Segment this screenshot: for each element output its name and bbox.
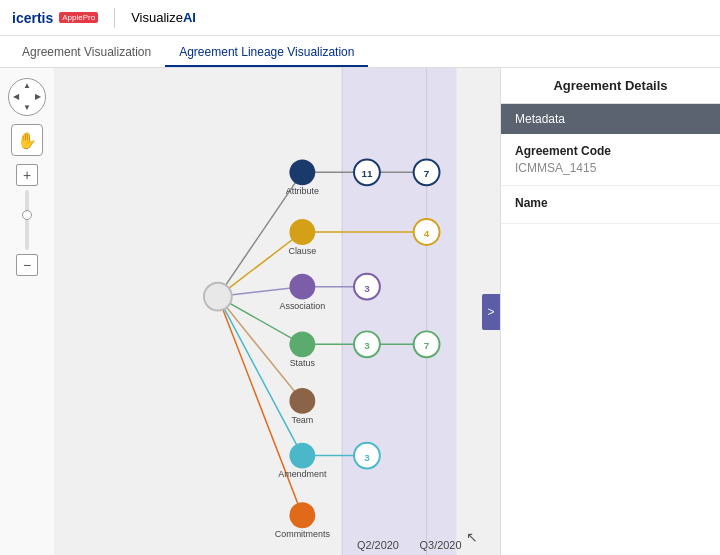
left-controls: ▲ ◀ ▶ ▼ ✋ + − bbox=[0, 68, 55, 555]
logo-icertis: icertis bbox=[12, 10, 53, 26]
graph-area: Q2/2020 Q3/2020 bbox=[55, 68, 500, 555]
logo-area: icertis ApplePro VisualizeAI bbox=[12, 8, 196, 28]
label-attribute: Attribute bbox=[286, 186, 319, 196]
hand-tool-button[interactable]: ✋ bbox=[11, 124, 43, 156]
logo-divider bbox=[114, 8, 115, 28]
name-section: Name bbox=[501, 186, 720, 224]
nav-left-icon: ◀ bbox=[13, 93, 19, 101]
node-team[interactable] bbox=[289, 388, 315, 414]
edge-root-commitments bbox=[218, 297, 302, 516]
tabs-bar: Agreement Visualization Agreement Lineag… bbox=[0, 36, 720, 68]
lineage-graph-svg: Q2/2020 Q3/2020 bbox=[55, 68, 500, 555]
label-association: Association bbox=[279, 301, 325, 311]
nav-up-icon: ▲ bbox=[23, 82, 31, 90]
badge-attr-q2: 11 bbox=[361, 168, 373, 179]
zoom-slider-thumb[interactable] bbox=[22, 210, 32, 220]
agreement-code-section: Agreement Code ICMMSA_1415 bbox=[501, 134, 720, 186]
app-name-highlight: AI bbox=[183, 10, 196, 25]
navigate-icon[interactable]: ↖ bbox=[466, 529, 478, 545]
zoom-slider-track bbox=[25, 190, 29, 250]
badge-clause-q3: 4 bbox=[424, 228, 430, 239]
zoom-out-button[interactable]: − bbox=[16, 254, 38, 276]
app-name: VisualizeAI bbox=[131, 10, 196, 25]
label-amendment: Amendment bbox=[278, 469, 327, 479]
app-name-text: Visualize bbox=[131, 10, 183, 25]
zoom-in-button[interactable]: + bbox=[16, 164, 38, 186]
nav-down-icon: ▼ bbox=[23, 104, 31, 112]
nav-right-icon: ▶ bbox=[35, 93, 41, 101]
node-commitments[interactable] bbox=[289, 502, 315, 528]
right-panel-title: Agreement Details bbox=[501, 68, 720, 104]
node-clause[interactable] bbox=[289, 219, 315, 245]
header: icertis ApplePro VisualizeAI bbox=[0, 0, 720, 36]
badge-amend-q2: 3 bbox=[364, 452, 370, 463]
tab-agreement-visualization[interactable]: Agreement Visualization bbox=[8, 39, 165, 67]
main-area: ▲ ◀ ▶ ▼ ✋ + − Q2/2020 Q3/2020 bbox=[0, 68, 720, 555]
node-root[interactable] bbox=[204, 283, 232, 311]
q3-label: Q3/2020 bbox=[420, 539, 462, 551]
label-status: Status bbox=[290, 358, 316, 368]
zoom-control: + − bbox=[16, 164, 38, 276]
nav-arrows: ▲ ◀ ▶ ▼ bbox=[11, 81, 43, 113]
highlight-band bbox=[342, 68, 456, 555]
edge-root-team bbox=[218, 297, 302, 401]
badge-status-q3: 7 bbox=[424, 340, 430, 351]
badge-attr-q3: 7 bbox=[424, 168, 430, 179]
right-panel: Agreement Details Metadata Agreement Cod… bbox=[500, 68, 720, 555]
tab-agreement-lineage-visualization[interactable]: Agreement Lineage Visualization bbox=[165, 39, 368, 67]
agreement-code-value: ICMMSA_1415 bbox=[515, 161, 706, 175]
badge-status-q2: 3 bbox=[364, 340, 370, 351]
logo-badge: ApplePro bbox=[59, 12, 98, 23]
node-attribute[interactable] bbox=[289, 159, 315, 185]
badge-assoc-q2: 3 bbox=[364, 283, 370, 294]
node-status[interactable] bbox=[289, 331, 315, 357]
metadata-tab[interactable]: Metadata bbox=[501, 104, 720, 134]
agreement-code-label: Agreement Code bbox=[515, 144, 706, 158]
label-clause: Clause bbox=[288, 246, 316, 256]
q2-label: Q2/2020 bbox=[357, 539, 399, 551]
pan-control[interactable]: ▲ ◀ ▶ ▼ bbox=[8, 78, 46, 116]
name-label: Name bbox=[515, 196, 706, 210]
node-amendment[interactable] bbox=[289, 443, 315, 469]
expand-panel-button[interactable]: > bbox=[482, 294, 500, 330]
label-team: Team bbox=[291, 415, 313, 425]
label-commitments: Commitments bbox=[275, 529, 331, 539]
node-association[interactable] bbox=[289, 274, 315, 300]
